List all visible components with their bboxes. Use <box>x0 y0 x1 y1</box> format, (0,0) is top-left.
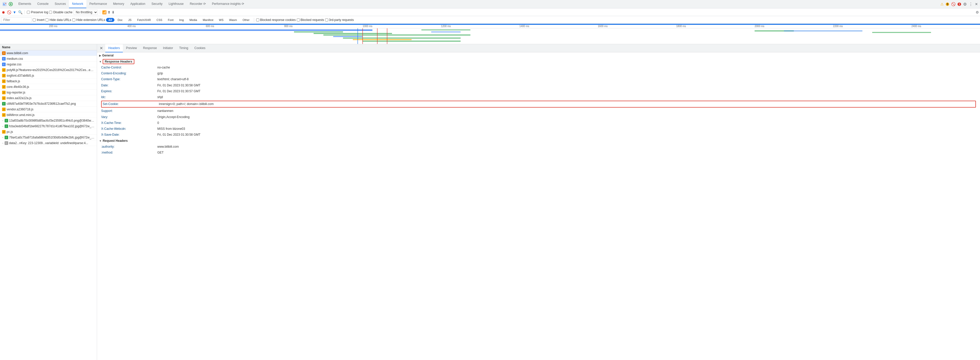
tab-performance-insights[interactable]: Performance insights ⟳ <box>209 0 247 8</box>
hide-ext-urls-input[interactable] <box>72 18 75 21</box>
response-headers-label[interactable]: Response Headers <box>103 59 134 64</box>
filter-type-fetch[interactable]: Fetch/XHR <box>135 18 153 22</box>
tab-sources[interactable]: Sources <box>52 0 69 8</box>
list-item[interactable]: C regular.css <box>0 62 97 67</box>
request-section-arrow: ▼ <box>99 140 102 142</box>
blocked-response-checkbox[interactable]: Blocked response cookies <box>256 18 296 22</box>
list-item[interactable]: J biliMirror.umd.mini.js <box>0 112 97 118</box>
list-item[interactable]: J vendor.a2360718.js <box>0 107 97 112</box>
header-name: :method: <box>101 150 158 155</box>
response-headers-section: ▼ Response Headers Cache-Control: no-cac… <box>97 59 980 138</box>
invert-input[interactable] <box>33 18 36 21</box>
blocked-requests-input[interactable] <box>297 18 300 21</box>
response-header-row: Date: Fri, 01 Dec 2023 01:30:58 GMT <box>97 83 980 88</box>
filter-type-wasm[interactable]: Wasm <box>227 18 239 22</box>
detail-tab-headers[interactable]: Headers <box>105 44 123 53</box>
third-party-input[interactable] <box>325 18 328 21</box>
filter-type-doc[interactable]: Doc <box>115 18 125 22</box>
header-value: www.bilibili.com <box>158 144 179 149</box>
detail-tab-preview[interactable]: Preview <box>123 44 140 53</box>
file-type-icon: C <box>2 57 6 61</box>
filter-type-img[interactable]: Img <box>177 18 186 22</box>
tab-security[interactable]: Security <box>148 0 165 8</box>
hide-ext-urls-checkbox[interactable]: Hide extension URLs <box>72 18 105 22</box>
tab-memory[interactable]: Memory <box>110 0 127 8</box>
list-item[interactable]: J core.4fe40c36.js <box>0 84 97 90</box>
list-item[interactable]: J fallback.js <box>0 78 97 84</box>
more-icon[interactable]: ⋮ <box>969 2 973 6</box>
request-name: data2...nKey: 223-12309...variableId: un… <box>9 141 88 145</box>
svg-rect-10 <box>333 36 363 37</box>
list-item[interactable]: J log-reporter.js <box>0 90 97 95</box>
search-button[interactable]: 🔍 <box>18 10 22 14</box>
filter-row: Invert Hide data URLs Hide extension URL… <box>0 16 980 24</box>
detail-tab-initiator[interactable]: Initiator <box>160 44 176 53</box>
list-item[interactable]: – I 13af03a8b70c0098f0d85ac6cf3e235951c4… <box>0 118 97 123</box>
list-item[interactable]: J index.aa32a12a.js <box>0 95 97 101</box>
svg-rect-9 <box>323 35 471 35</box>
filter-sep <box>254 18 254 22</box>
preserve-log-input[interactable] <box>27 11 30 14</box>
settings-network-icon[interactable]: ⚙ <box>976 10 979 14</box>
settings-icon[interactable]: ⚙ <box>963 2 967 6</box>
disable-cache-checkbox[interactable]: Disable cache <box>49 11 72 14</box>
filter-button[interactable]: ▼ <box>12 10 17 14</box>
list-item[interactable]: – I 79a41a0c75a9716afa6864d351f30d0c6d9e… <box>0 135 97 140</box>
blocked-requests-checkbox[interactable]: Blocked requests <box>297 18 324 22</box>
filter-type-font[interactable]: Font <box>165 18 176 22</box>
tab-application[interactable]: Application <box>127 0 148 8</box>
list-item[interactable]: – O data2...nKey: 223-12309...variableId… <box>0 140 97 146</box>
close-icon[interactable]: ✕ <box>975 2 978 6</box>
throttle-select[interactable]: No throttling Fast 3G Slow 3G Offline <box>73 10 98 15</box>
filter-type-js[interactable]: JS <box>126 18 134 22</box>
tab-console[interactable]: Console <box>34 0 52 8</box>
header-name: X-Save-Date: <box>101 132 158 137</box>
request-name: fcba3edd34bdf1be68227fc787d1c41d676ea102… <box>9 124 95 128</box>
preserve-log-checkbox[interactable]: Preserve log <box>27 11 48 14</box>
list-item[interactable]: H www.bilibili.com <box>0 50 97 56</box>
tab-performance[interactable]: Performance <box>86 0 110 8</box>
list-header: Name <box>0 44 97 50</box>
list-item[interactable]: J svgfont.d37ab6b5.js <box>0 73 97 78</box>
blocked-response-input[interactable] <box>256 18 259 21</box>
header-name: Cache-Control: <box>101 65 158 70</box>
request-items-container: H www.bilibili.com C medium.css C regula… <box>0 50 97 146</box>
general-section-header[interactable]: ▶ General <box>97 53 980 59</box>
third-party-checkbox[interactable]: 3rd-party requests <box>325 18 354 22</box>
filter-type-other[interactable]: Other <box>240 18 252 22</box>
tab-elements[interactable]: Elements <box>15 0 34 8</box>
request-headers-section-header[interactable]: ▼ Request Headers <box>97 138 980 144</box>
detail-close-button[interactable]: ✕ <box>98 45 104 51</box>
invert-checkbox[interactable]: Invert <box>33 18 45 22</box>
list-item[interactable]: C medium.css <box>0 56 97 62</box>
header-value: shjd <box>158 95 163 100</box>
response-headers-section-header[interactable]: ▼ Response Headers <box>97 59 980 65</box>
minus-icon: – <box>2 142 3 144</box>
hide-data-urls-input[interactable] <box>46 18 49 21</box>
list-item[interactable]: J pc.js <box>0 129 97 135</box>
request-name: vendor.a2360718.js <box>6 108 33 111</box>
download-icon[interactable]: ⬇ <box>111 10 115 14</box>
hide-data-urls-checkbox[interactable]: Hide data URLs <box>46 18 71 22</box>
detail-tab-response[interactable]: Response <box>140 44 160 53</box>
filter-type-ws[interactable]: WS <box>216 18 226 22</box>
request-list: Name H www.bilibili.com C medium.css C r… <box>0 44 97 360</box>
detail-tab-timing[interactable]: Timing <box>176 44 191 53</box>
disable-cache-input[interactable] <box>49 11 52 14</box>
filter-input[interactable] <box>1 18 32 22</box>
list-item[interactable]: – I fcba3edd34bdf1be68227fc787d1c41d676e… <box>0 123 97 129</box>
record-button[interactable]: ⏺ <box>1 10 6 14</box>
clear-button[interactable]: 🚫 <box>6 10 11 14</box>
tab-lighthouse[interactable]: Lighthouse <box>165 0 187 8</box>
upload-icon[interactable]: ⬆ <box>108 10 111 14</box>
tab-network[interactable]: Network <box>69 0 86 8</box>
filter-type-manifest[interactable]: Manifest <box>200 18 216 22</box>
list-item[interactable]: J polyfill.js?features=es2015%2Ces2016%2… <box>0 67 97 73</box>
detail-tab-cookies[interactable]: Cookies <box>191 44 208 53</box>
filter-type-css[interactable]: CSS <box>154 18 165 22</box>
request-name: regular.css <box>6 62 21 66</box>
filter-type-all[interactable]: All <box>106 18 114 22</box>
list-item[interactable]: I c8fd97a40bf79f03e7b76cbc87236f612caef7… <box>0 101 97 107</box>
filter-type-media[interactable]: Media <box>187 18 199 22</box>
tab-recorder[interactable]: Recorder ⟳ <box>187 0 209 8</box>
